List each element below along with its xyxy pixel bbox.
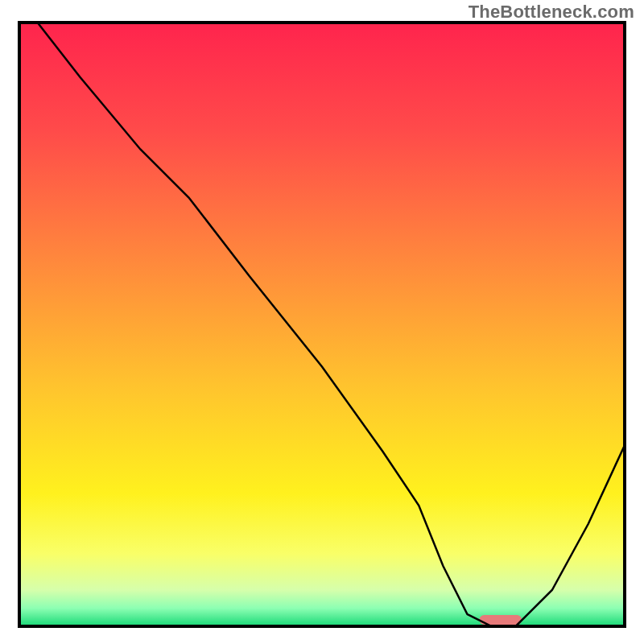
bottleneck-chart — [0, 0, 644, 644]
watermark-text: TheBottleneck.com — [469, 2, 634, 23]
plot-area — [19, 23, 625, 626]
chart-container: { "watermark": "TheBottleneck.com", "cha… — [0, 0, 644, 644]
